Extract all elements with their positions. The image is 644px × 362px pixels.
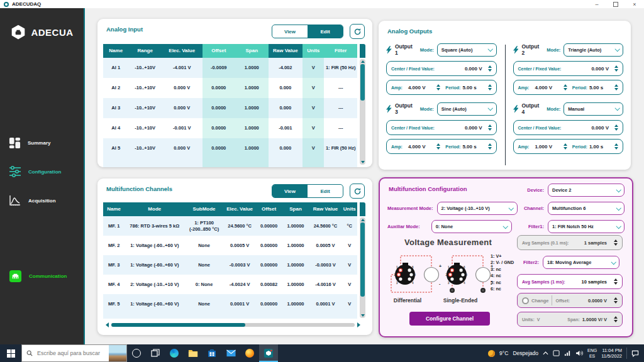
amp-stepper[interactable] [564,84,567,91]
center-fixed-value-field[interactable]: Center / Fixed Value: 0.000 V [386,120,497,135]
clock[interactable]: 11:04 PM 11/5/2022 [601,348,622,359]
table-row[interactable]: MF. 31: Voltage (-60..+60 V)None-0.0003 … [103,255,357,275]
filter1-dropdown[interactable]: 1: FIR Notch 50 Hz [548,220,625,233]
table-row[interactable]: AI 1-10..+10V-4.001 V-0.00091.0000-4.002… [103,58,357,78]
firefox-button[interactable] [240,344,259,362]
sidebar-item-acquisition[interactable]: Acquisition [0,190,84,211]
sidebar-item-configuration[interactable]: Configuration [0,162,84,182]
period-stepper[interactable] [488,84,492,91]
scroll-right-arrow[interactable] [357,322,360,327]
store-button[interactable] [203,344,221,362]
volume-icon[interactable] [575,350,583,356]
table-row[interactable]: MF. 42: Voltage (-10..+10 V)0: None-4.00… [103,275,357,294]
window-titlebar: ADECUDAQ – × [0,0,644,8]
taskbar-search[interactable] [21,344,127,362]
mode-dropdown[interactable]: Triangle (Auto) [564,43,623,57]
windows-taskbar: 9°C Despejado ENG ES 11:04 PM 11/5/2022 [0,344,644,362]
value-stepper[interactable] [488,124,492,131]
mail-button[interactable] [221,344,240,362]
weather-desc[interactable]: Despejado [513,350,538,356]
start-button[interactable] [0,344,21,362]
table-row[interactable]: AI 4-10..+10V-0.001 V0.00001.0000-0.001V… [103,118,357,138]
sidebar-item-summary[interactable]: Summary [0,133,84,153]
minimize-button[interactable]: – [587,0,606,8]
period-stepper[interactable] [614,84,618,91]
table-row[interactable]: AI 3-10..+10V0.000 V0.00001.00000.000V--… [103,98,357,118]
table-row[interactable]: MF. 1786: RTD 3-wires 5 kΩ1: PT100 (-200… [103,216,357,236]
value-stepper[interactable] [488,65,492,72]
tablet-icon[interactable] [553,350,560,356]
edit-button[interactable]: Edit [308,25,343,38]
horizontal-scrollbar[interactable] [111,323,355,327]
mode-dropdown[interactable]: Square (Auto) [437,43,497,57]
span-stepper[interactable] [614,316,618,323]
amp-period-field[interactable]: Amp: 4.000 V Period: 5.00 s [386,80,497,95]
edit-button[interactable]: Edit [308,185,343,197]
sidebar-item-communication[interactable]: Communication [0,266,84,286]
network-icon[interactable] [564,350,571,356]
weather-temp[interactable]: 9°C [499,350,508,356]
center-fixed-value-field[interactable]: Center / Fixed Value: 0.000 V [513,61,624,76]
table-row[interactable]: MF. 21: Voltage (-60..+60 V)None0.0005 V… [103,236,357,255]
refresh-button[interactable] [350,24,365,39]
task-view-button[interactable] [146,344,165,362]
scrollbar-thumb[interactable] [111,323,245,327]
restore-button[interactable] [606,0,625,8]
value-stepper[interactable] [614,124,618,131]
adecua-app-button[interactable] [259,344,278,362]
center-fixed-value-field[interactable]: Center / Fixed Value: 0.000 V [386,61,497,76]
vertical-scrollbar[interactable] [360,217,365,318]
cortana-button[interactable] [127,344,146,362]
analog-outputs-panel: Analog Outputs Output 1 Mode: Square (Au… [379,21,631,170]
offset-stepper[interactable] [614,297,618,304]
period-stepper[interactable] [614,143,618,150]
value-stepper[interactable] [614,278,618,285]
edge-button[interactable] [165,344,184,362]
tray-expand-icon[interactable] [543,351,548,355]
amp-period-field[interactable]: Amp: 4.000 V Period: 5.00 s [513,80,624,95]
amp-period-field[interactable]: Amp: 4.000 V Period: 5.00 s [386,139,497,154]
chevron-down-icon [488,47,493,52]
mode-dropdown[interactable]: Sine (Auto) [437,102,497,116]
table-row[interactable]: AI 5-10..+10V0.000 V0.00001.00000.000V1:… [103,138,357,158]
amp-stepper[interactable] [564,143,567,150]
scroll-down-arrow[interactable] [361,161,365,163]
vertical-scrollbar[interactable] [360,59,365,165]
search-input[interactable] [36,349,105,357]
mode-dropdown[interactable]: Manual [564,102,623,116]
file-explorer-button[interactable] [184,344,203,362]
view-button[interactable]: View [272,25,308,38]
lightning-icon [513,46,519,54]
scrollbar-thumb[interactable] [360,222,365,297]
chevron-down-icon [616,224,621,229]
amp-stepper[interactable] [436,84,440,91]
amp-period-field[interactable]: Amp: 1.000 V Period: 1.00 s [513,139,624,154]
scroll-up-arrow[interactable] [361,219,365,221]
refresh-button[interactable] [350,184,365,199]
table-row[interactable]: MF. 51: Voltage (-60..+60 V)None0.0001 V… [103,294,357,314]
close-button[interactable]: × [625,0,644,8]
device-dropdown[interactable]: Device 2 [548,184,625,197]
measurement-mode-dropdown[interactable]: 2: Voltage (-10..+10 V) [437,202,518,215]
auxiliar-mode-dropdown[interactable]: 0: None [431,220,512,233]
center-fixed-value-field[interactable]: Center / Fixed Value: 0.000 V [513,120,624,135]
configure-channel-button[interactable]: Configure Channel [409,312,490,326]
period-stepper[interactable] [488,143,492,150]
value-stepper [614,239,618,246]
language-indicator[interactable]: ENG ES [587,348,597,359]
scrollbar-thumb[interactable] [360,64,365,101]
search-highlight-image[interactable] [109,345,126,361]
change-radio[interactable] [522,297,529,304]
amp-stepper[interactable] [436,143,440,150]
view-button[interactable]: View [272,185,308,197]
scroll-left-arrow[interactable] [106,322,109,327]
value-stepper[interactable] [614,65,618,72]
scroll-up-arrow[interactable] [361,60,365,63]
action-center-icon[interactable] [631,350,639,357]
scroll-down-arrow[interactable] [361,314,365,317]
filter2-dropdown[interactable]: 18: Moving Average [543,256,619,269]
avg-samples-1ms-field[interactable]: Avg Samples (1 ms): 10 samples [517,274,623,289]
channel-dropdown[interactable]: Multifunction 6 [548,202,625,215]
table-row[interactable]: AI 2-10..+10V0.000 V0.00001.00000.000V--… [103,78,357,98]
restore-icon [613,2,618,7]
